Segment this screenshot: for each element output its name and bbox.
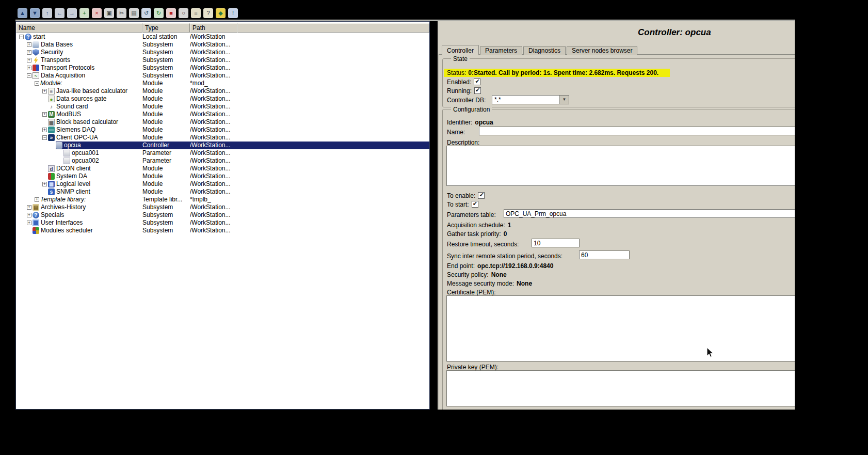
about-icon[interactable]: !	[228, 8, 238, 18]
manual-icon[interactable]: ?	[203, 8, 213, 18]
controller-icon	[56, 142, 62, 149]
up-level-icon[interactable]: ↑	[42, 8, 52, 18]
expand-expander-icon[interactable]: +	[27, 221, 31, 225]
messages-icon[interactable]: ≡	[191, 8, 201, 18]
tree-row-opcua002[interactable]: opcua002Parameter/WorkStation...	[16, 157, 429, 165]
back-icon[interactable]: ←	[55, 8, 65, 18]
expand-expander-icon[interactable]: +	[42, 89, 47, 93]
tree-row-snmp-client[interactable]: sSNMP clientModule/WorkStation...	[16, 188, 429, 196]
expand-expander-icon[interactable]: +	[42, 182, 47, 186]
column-header-path[interactable]: Path	[190, 23, 237, 33]
tree-row-module[interactable]: −Module:Module*mod_	[16, 80, 429, 87]
tree-cell-path: /WorkStation...	[190, 219, 237, 227]
tree-row-java-like-based-calculator[interactable]: +≡Java-like based calculatorModule/WorkS…	[16, 87, 429, 95]
delete-item-icon[interactable]: ×	[92, 8, 102, 18]
save-to-db-icon[interactable]: ▼	[30, 8, 40, 18]
tree-row-dcon-client[interactable]: dDCON clientModule/WorkStation...	[16, 165, 429, 172]
expand-expander-icon[interactable]: +	[27, 50, 31, 55]
end-point-label: End point:	[447, 262, 475, 270]
find-icon[interactable]: ○	[179, 8, 188, 18]
expand-expander-icon[interactable]: +	[27, 58, 31, 62]
enabled-checkbox[interactable]	[474, 79, 480, 85]
expand-expander-icon[interactable]: +	[27, 66, 31, 70]
tree-cell-type: Module	[142, 172, 190, 180]
tree-row-opcua[interactable]: opcuaController/WorkStation...	[16, 142, 429, 149]
sound-icon: ♪	[48, 103, 55, 110]
copy-item-icon[interactable]: ▣	[104, 8, 114, 18]
description-textarea[interactable]	[446, 146, 795, 186]
tree-cell-path: /WorkStation...	[190, 180, 237, 188]
restore-timeout-input[interactable]	[532, 239, 580, 247]
tree-row-transports[interactable]: +TransportsSubsystem/WorkStation...	[16, 56, 429, 64]
tree-row-siemens-daq[interactable]: +—Siemens DAQModule/WorkStation...	[16, 126, 429, 134]
forward-icon[interactable]: →	[67, 8, 77, 18]
to-enable-label: To enable:	[447, 192, 475, 199]
tree-cell-type: Subsystem	[142, 64, 190, 72]
tree-row-opcua001[interactable]: opcua001Parameter/WorkStation...	[16, 149, 429, 157]
to-enable-checkbox[interactable]	[478, 192, 485, 199]
acquisition-schedule-label: Acquisition schedule:	[447, 222, 505, 229]
tree-item-label: DCON client	[56, 165, 93, 172]
stop-updating-icon[interactable]: ■	[166, 8, 176, 18]
column-header-type[interactable]: Type	[142, 23, 190, 33]
tree-row-sound-card[interactable]: ♪Sound cardModule/WorkStation...	[16, 103, 429, 111]
private-key-textarea[interactable]	[446, 370, 795, 406]
tree-row-system-da[interactable]: System DAModule/WorkStation...	[16, 172, 429, 180]
collapse-expander-icon[interactable]: −	[35, 81, 39, 86]
tree-row-template-library[interactable]: +Template library:Template libr...*tmplb…	[16, 196, 429, 203]
expand-expander-icon[interactable]: +	[42, 112, 47, 117]
paste-item-icon[interactable]: ▤	[129, 8, 139, 18]
tab-controller[interactable]: Controller	[442, 45, 479, 55]
to-start-label: To start:	[447, 201, 469, 208]
to-start-checkbox[interactable]	[472, 201, 478, 208]
tree-row-archives-history[interactable]: +▤Archives-HistorySubsystem/WorkStation.…	[16, 203, 429, 211]
start-updating-icon[interactable]: ↻	[154, 8, 164, 18]
collapse-expander-icon[interactable]: −	[42, 135, 47, 140]
tree-cell-type: Subsystem	[142, 227, 190, 234]
collapse-expander-icon[interactable]: −	[27, 73, 31, 78]
add-item-icon[interactable]: +	[79, 8, 89, 18]
column-header-name[interactable]: Name	[16, 23, 142, 33]
tree-row-data-acquisition[interactable]: −~Data AcquisitionSubsystem/WorkStation.…	[16, 72, 429, 80]
tab-server-nodes-browser[interactable]: Server nodes browser	[567, 46, 637, 55]
tab-diagnostics[interactable]: Diagnostics	[523, 46, 566, 55]
tree-body: −?startLocal station/WorkStation+Data Ba…	[16, 33, 429, 234]
specials-icon: ?	[33, 212, 39, 218]
certificate-row: Certificate (PEM):	[447, 288, 496, 296]
expand-expander-icon[interactable]: +	[42, 128, 47, 132]
tree-row-security[interactable]: +SecuritySubsystem/WorkStation...	[16, 49, 429, 56]
expand-expander-icon[interactable]: +	[35, 197, 39, 202]
tree-row-modbus[interactable]: +MModBUSModule/WorkStation...	[16, 111, 429, 118]
collapse-expander-icon[interactable]: −	[19, 35, 24, 39]
tree-item-label: Client OPC-UA	[56, 134, 100, 142]
tree-row-user-interfaces[interactable]: +User InterfacesSubsystem/WorkStation...	[16, 219, 429, 227]
parameters-table-input[interactable]	[504, 209, 795, 218]
tree-cell-filler	[237, 87, 429, 95]
tree-row-modules-scheduler[interactable]: Modules schedulerSubsystem/WorkStation..…	[16, 227, 429, 234]
expand-expander-icon[interactable]: +	[27, 205, 31, 210]
tree-row-start[interactable]: −?startLocal station/WorkStation	[16, 33, 429, 41]
tree-cell-filler	[237, 103, 429, 111]
column-header-filler	[237, 23, 429, 33]
running-checkbox[interactable]	[474, 87, 481, 94]
chevron-down-icon[interactable]: ▼	[559, 96, 569, 104]
controller-db-select[interactable]: *.* ▼	[492, 95, 569, 104]
tab-parameters[interactable]: Parameters	[480, 46, 522, 55]
tree-row-data-bases[interactable]: +Data BasesSubsystem/WorkStation...	[16, 41, 429, 49]
expand-expander-icon[interactable]: +	[27, 42, 31, 47]
tree-row-client-opc-ua[interactable]: −»Client OPC-UAModule/WorkStation...	[16, 134, 429, 142]
tree-row-logical-level[interactable]: +▦Logical levelModule/WorkStation...	[16, 180, 429, 188]
load-from-db-icon[interactable]: ▲	[18, 8, 27, 18]
certificate-textarea[interactable]	[446, 295, 795, 362]
tree-row-data-sources-gate[interactable]: ●Data sources gateModule/WorkStation...	[16, 95, 429, 103]
tree-row-specials[interactable]: +?SpecialsSubsystem/WorkStation...	[16, 211, 429, 219]
expand-expander-icon[interactable]: +	[27, 213, 31, 217]
reload-item-icon[interactable]: ↺	[141, 8, 151, 18]
sync-period-input[interactable]	[579, 250, 630, 259]
tree-cell-type: Module	[142, 111, 190, 118]
tree-row-block-based-calculator[interactable]: ▦Block based calculatorModule/WorkStatio…	[16, 118, 429, 126]
name-input[interactable]	[479, 127, 795, 135]
modules-icon[interactable]: ◆	[216, 8, 226, 18]
tree-row-transport-protocols[interactable]: +Transport ProtocolsSubsystem/WorkStatio…	[16, 64, 429, 72]
cut-item-icon[interactable]: ✂	[117, 8, 126, 18]
